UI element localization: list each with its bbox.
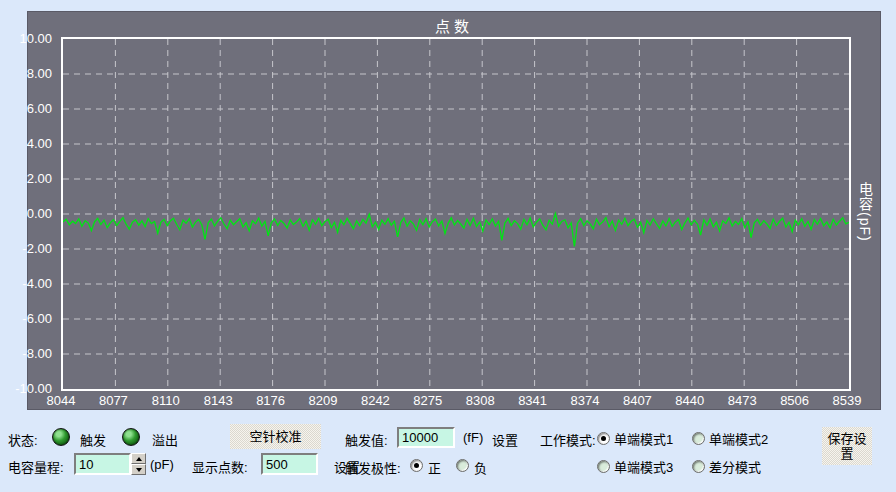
x-tick-label: 8473 (712, 393, 772, 408)
y-tick-label: 8.00 (0, 67, 52, 80)
y-tick-label: 4.00 (0, 137, 52, 150)
trigger-led-label: 触发 (80, 430, 106, 449)
trigger-set-button[interactable]: 设置 (492, 430, 518, 449)
spinner-up-icon[interactable] (131, 453, 146, 464)
x-tick-label: 8044 (31, 393, 91, 408)
x-tick-label: 8440 (660, 393, 720, 408)
x-tick-label: 8341 (503, 393, 563, 408)
points-label: 显示点数: (192, 457, 248, 476)
x-tick-label: 8308 (450, 393, 510, 408)
app-window: { "chart": { "title": "点数", "y_axis_labe… (0, 0, 896, 492)
y-axis-label: 电容(pF) (852, 37, 878, 387)
work-mode-item-2[interactable]: 单端模式2 (692, 429, 768, 448)
x-tick-label: 8374 (555, 393, 615, 408)
points-input[interactable] (261, 453, 318, 475)
y-tick-label: -6.00 (0, 312, 52, 325)
range-input[interactable] (74, 453, 131, 475)
trigger-value-label: 触发值: (345, 430, 388, 449)
polarity-negative-radio[interactable] (456, 459, 469, 472)
work-mode-radio-2[interactable] (692, 432, 705, 445)
work-mode-radio-label: 单端模式3 (614, 457, 673, 476)
range-spinner[interactable] (131, 453, 146, 475)
work-mode-item-1[interactable]: 单端模式1 (597, 429, 673, 448)
work-mode-radio-1[interactable] (597, 432, 610, 445)
waveform-trace (63, 214, 849, 247)
range-label: 电容量程: (8, 457, 64, 476)
x-tick-label: 8242 (345, 393, 405, 408)
chart-panel: 点数 10.008.006.004.002.000.00-2.00-4.00-6… (27, 11, 881, 410)
work-mode-radio-label: 单端模式1 (614, 429, 673, 448)
x-tick-label: 8176 (241, 393, 301, 408)
y-tick-label: 10.00 (0, 32, 52, 45)
polarity-negative-label: 负 (474, 458, 487, 477)
x-tick-label: 8407 (607, 393, 667, 408)
y-tick-label: 2.00 (0, 172, 52, 185)
x-tick-label: 8077 (83, 393, 143, 408)
plot-area (61, 37, 851, 391)
y-tick-label: -4.00 (0, 277, 52, 290)
work-mode-radio-4[interactable] (692, 460, 705, 473)
x-tick-label: 8143 (188, 393, 248, 408)
y-tick-label: 0.00 (0, 207, 52, 220)
y-tick-label: -2.00 (0, 242, 52, 255)
trigger-led-icon (52, 428, 70, 446)
overflow-led-label: 溢出 (152, 430, 178, 449)
trigger-unit-label: (fF) (463, 430, 483, 445)
y-tick-label: -8.00 (0, 347, 52, 360)
save-settings-button[interactable]: 保存设置 (822, 427, 872, 465)
x-tick-label: 8275 (398, 393, 458, 408)
x-tick-label: 8539 (817, 393, 877, 408)
work-mode-label: 工作模式: (540, 430, 596, 449)
spinner-down-icon[interactable] (131, 464, 146, 475)
status-label: 状态: (8, 430, 38, 449)
x-tick-label: 8506 (765, 393, 825, 408)
chart-title: 点数 (61, 15, 847, 36)
work-mode-item-3[interactable]: 单端模式3 (597, 457, 673, 476)
range-unit-label: (pF) (150, 457, 174, 472)
work-mode-radio-label: 单端模式2 (709, 429, 768, 448)
waveform-svg (63, 39, 849, 389)
work-mode-radio-label: 差分模式 (709, 457, 761, 476)
y-tick-label: 6.00 (0, 102, 52, 115)
polarity-positive-label: 正 (428, 458, 441, 477)
overflow-led-icon (122, 428, 140, 446)
x-tick-label: 8209 (293, 393, 353, 408)
work-mode-radio-3[interactable] (597, 460, 610, 473)
probe-calibration-button[interactable]: 空针校准 (230, 424, 321, 449)
trigger-value-input[interactable] (397, 427, 455, 448)
work-mode-item-4[interactable]: 差分模式 (692, 457, 761, 476)
polarity-label: 触发极性: (345, 458, 401, 477)
x-tick-label: 8110 (136, 393, 196, 408)
polarity-positive-radio[interactable] (410, 459, 423, 472)
